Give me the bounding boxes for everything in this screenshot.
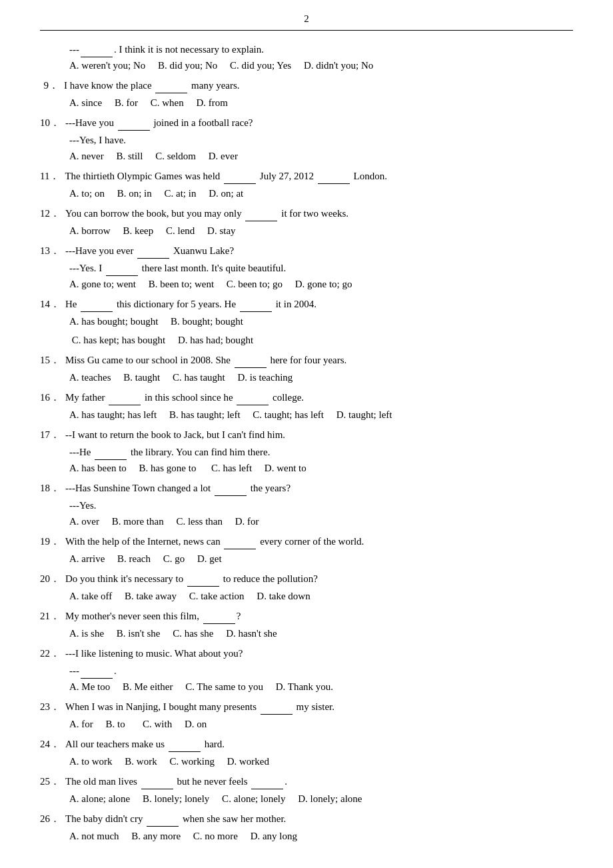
q9-text: I have know the place many years.	[64, 77, 573, 93]
q14-options-a: A. has bought; bought B. bought; bought	[40, 313, 573, 329]
q17-options: A. has been to B. has gone to C. has lef…	[40, 460, 573, 476]
q16-number: 16．	[40, 389, 65, 405]
q21-text: My mother's never seen this film, ?	[65, 608, 573, 624]
q21-number: 21．	[40, 608, 65, 624]
q18-reply: ---Yes.	[40, 497, 573, 513]
q18-text: ---Has Sunshine Town changed a lot the y…	[65, 480, 573, 496]
q18-number: 18．	[40, 480, 65, 496]
q22-options: A. Me too B. Me either C. The same to yo…	[40, 679, 573, 695]
q9-options: A. since B. for C. when D. from	[40, 95, 573, 111]
q14-options-b: C. has kept; has bought D. has had; boug…	[40, 332, 573, 348]
q10-text: ---Have you joined in a football race?	[65, 115, 573, 131]
q24-options: A. to work B. work C. working D. worked	[40, 753, 573, 769]
question-19: 19． With the help of the Internet, news …	[40, 533, 573, 567]
question-11: 11． The thirtieth Olympic Games was held…	[40, 168, 573, 201]
q18-options: A. over B. more than C. less than D. for	[40, 513, 573, 529]
question-9: 9． I have know the place many years. A. …	[40, 77, 573, 111]
q10-number: 10．	[40, 115, 65, 131]
question-22: 22． ---I like listening to music. What a…	[40, 645, 573, 695]
q20-text: Do you think it's necessary to to reduce…	[65, 571, 573, 587]
q17-number: 17．	[40, 427, 65, 443]
q16-options: A. has taught; has left B. has taught; l…	[40, 407, 573, 423]
q24-text: All our teachers make us hard.	[65, 736, 573, 752]
q21-options: A. is she B. isn't she C. has she D. has…	[40, 625, 573, 641]
q25-number: 25．	[40, 773, 65, 789]
q17-reply: ---He the library. You can find him ther…	[40, 444, 573, 460]
q22-number: 22．	[40, 645, 65, 661]
q24-number: 24．	[40, 736, 65, 752]
q20-number: 20．	[40, 571, 65, 587]
question-21: 21． My mother's never seen this film, ? …	[40, 608, 573, 641]
question-18: 18． ---Has Sunshine Town changed a lot t…	[40, 480, 573, 529]
question-13: 13． ---Have you ever Xuanwu Lake? ---Yes…	[40, 243, 573, 292]
q20-options: A. take off B. take away C. take action …	[40, 588, 573, 604]
q26-options: A. not much B. any more C. no more D. an…	[40, 828, 573, 844]
q9-number: 9．	[40, 77, 64, 93]
q15-options: A. teaches B. taught C. has taught D. is…	[40, 369, 573, 385]
q12-text: You can borrow the book, but you may onl…	[65, 205, 573, 221]
q13-number: 13．	[40, 243, 65, 259]
question-10: 10． ---Have you joined in a football rac…	[40, 115, 573, 164]
q17-text: --I want to return the book to Jack, but…	[65, 427, 573, 443]
q14-text: He this dictionary for 5 years. He it in…	[65, 296, 573, 312]
q15-number: 15．	[40, 352, 65, 368]
q10-reply: ---Yes, I have.	[40, 132, 573, 148]
question-15: 15． Miss Gu came to our school in 2008. …	[40, 352, 573, 385]
q11-text: The thirtieth Olympic Games was held Jul…	[65, 168, 573, 184]
q19-options: A. arrive B. reach C. go D. get	[40, 551, 573, 567]
question-16: 16． My father in this school since he co…	[40, 389, 573, 423]
q25-options: A. alone; alone B. lonely; lonely C. alo…	[40, 791, 573, 807]
q13-text: ---Have you ever Xuanwu Lake?	[65, 243, 573, 259]
q25-text: The old man lives but he never feels .	[65, 773, 573, 789]
q22-reply: ---.	[40, 663, 573, 679]
question-12: 12． You can borrow the book, but you may…	[40, 205, 573, 239]
question-intro: ---. I think it is not necessary to expl…	[40, 41, 573, 73]
page-number: 2	[40, 13, 573, 25]
page-divider	[40, 30, 573, 31]
q23-options: A. for B. to C. with D. on	[40, 716, 573, 732]
q23-text: When I was in Nanjing, I bought many pre…	[65, 699, 573, 715]
q22-text: ---I like listening to music. What about…	[65, 645, 573, 661]
question-14: 14． He this dictionary for 5 years. He i…	[40, 296, 573, 348]
question-intro-text: ---. I think it is not necessary to expl…	[40, 41, 573, 57]
question-26: 26． The baby didn't cry when she saw her…	[40, 811, 573, 844]
q26-number: 26．	[40, 811, 65, 827]
question-17: 17． --I want to return the book to Jack,…	[40, 427, 573, 476]
q13-options: A. gone to; went B. been to; went C. bee…	[40, 276, 573, 292]
q23-number: 23．	[40, 699, 65, 715]
q14-number: 14．	[40, 296, 65, 312]
q11-number: 11．	[40, 168, 65, 184]
q16-text: My father in this school since he colleg…	[65, 389, 573, 405]
question-24: 24． All our teachers make us hard. A. to…	[40, 736, 573, 769]
q13-reply: ---Yes. I there last month. It's quite b…	[40, 260, 573, 276]
question-20: 20． Do you think it's necessary to to re…	[40, 571, 573, 604]
question-intro-options: A. weren't you; No B. did you; No C. did…	[40, 57, 573, 73]
q26-text: The baby didn't cry when she saw her mot…	[65, 811, 573, 827]
q12-number: 12．	[40, 205, 65, 221]
q10-options: A. never B. still C. seldom D. ever	[40, 148, 573, 164]
question-25: 25． The old man lives but he never feels…	[40, 773, 573, 807]
question-23: 23． When I was in Nanjing, I bought many…	[40, 699, 573, 732]
q15-text: Miss Gu came to our school in 2008. She …	[65, 352, 573, 368]
q12-options: A. borrow B. keep C. lend D. stay	[40, 223, 573, 239]
q19-text: With the help of the Internet, news can …	[65, 533, 573, 549]
q11-options: A. to; on B. on; in C. at; in D. on; at	[40, 185, 573, 201]
q19-number: 19．	[40, 533, 65, 549]
